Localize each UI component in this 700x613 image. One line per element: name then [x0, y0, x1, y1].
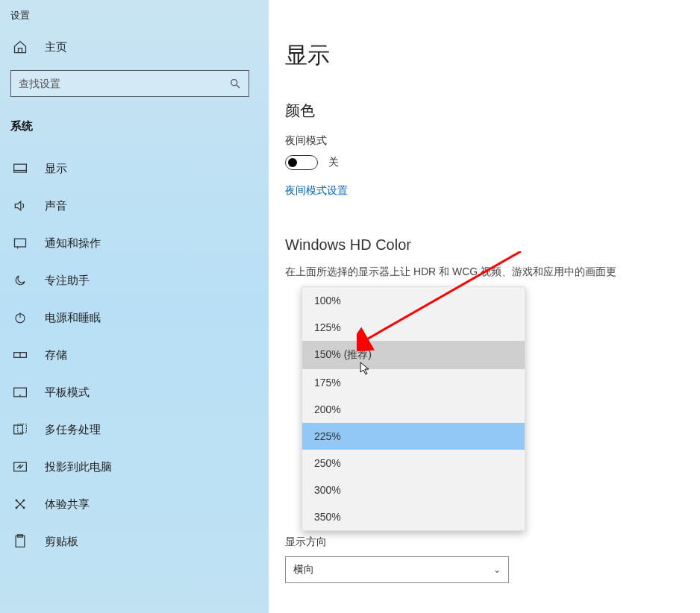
chevron-down-icon: ⌄: [493, 565, 501, 575]
sidebar-item-share[interactable]: 体验共享: [0, 485, 269, 523]
sidebar-item-label: 声音: [45, 199, 67, 213]
sidebar-item-tablet[interactable]: 平板模式: [0, 374, 269, 411]
night-mode-toggle[interactable]: [285, 155, 318, 170]
search-box[interactable]: [10, 70, 249, 97]
scale-option-250[interactable]: 250%: [302, 450, 525, 477]
sidebar-item-label: 通知和操作: [45, 236, 101, 251]
scale-option-175[interactable]: 175%: [302, 369, 525, 396]
svg-rect-4: [15, 239, 26, 247]
hd-color-heading: Windows HD Color: [285, 236, 684, 254]
hd-color-desc: 在上面所选择的显示器上让 HDR 和 WCG 视频、游戏和应用中的画面更: [285, 265, 684, 279]
home-icon: [12, 39, 28, 55]
scale-option-300[interactable]: 300%: [302, 477, 525, 503]
home-nav[interactable]: 主页: [0, 30, 269, 64]
search-row: [0, 64, 269, 104]
sidebar-item-clipboard[interactable]: 剪贴板: [0, 523, 269, 560]
sidebar: 设置 主页 系统 显示 声音 通知和操作 专注助手 电源和睡眠 存储: [0, 0, 269, 613]
sidebar-item-label: 显示: [45, 162, 67, 176]
moon-icon: [12, 272, 28, 289]
sidebar-item-label: 体验共享: [45, 497, 90, 512]
page-title: 显示: [285, 40, 684, 71]
scale-option-100[interactable]: 100%: [302, 287, 525, 314]
power-icon: [12, 309, 28, 326]
sidebar-item-sound[interactable]: 声音: [0, 187, 269, 224]
sidebar-item-label: 剪贴板: [45, 535, 78, 549]
sidebar-item-storage[interactable]: 存储: [0, 336, 269, 374]
project-icon: [12, 459, 28, 475]
tablet-icon: [12, 384, 28, 400]
sidebar-item-label: 专注助手: [45, 274, 90, 288]
storage-icon: [12, 347, 28, 363]
sidebar-item-display[interactable]: 显示: [0, 150, 269, 187]
home-label: 主页: [45, 40, 67, 54]
display-icon: [12, 160, 28, 177]
scale-option-150[interactable]: 150% (推荐): [302, 341, 525, 369]
svg-point-11: [20, 395, 21, 396]
sidebar-item-label: 平板模式: [45, 386, 90, 400]
night-mode-state: 关: [328, 156, 339, 169]
settings-title: 设置: [0, 6, 269, 30]
sidebar-item-focus[interactable]: 专注助手: [0, 262, 269, 299]
scale-option-350[interactable]: 350%: [302, 503, 525, 530]
scale-option-200[interactable]: 200%: [302, 396, 525, 423]
night-mode-label: 夜间模式: [285, 134, 684, 148]
sidebar-item-label: 多任务处理: [45, 423, 101, 437]
night-mode-row: 关: [285, 155, 684, 170]
share-icon: [12, 496, 28, 512]
orientation-select[interactable]: 横向 ⌄: [285, 556, 509, 583]
orientation-label: 显示方向: [285, 535, 684, 549]
sidebar-item-label: 存储: [45, 348, 67, 362]
svg-point-0: [231, 80, 237, 86]
sidebar-item-project[interactable]: 投影到此电脑: [0, 448, 269, 485]
svg-line-1: [237, 85, 240, 88]
scale-dropdown: 100% 125% 150% (推荐) 175% 200% 225% 250% …: [301, 286, 525, 531]
notification-icon: [12, 235, 28, 251]
scale-option-125[interactable]: 125%: [302, 314, 525, 341]
scale-option-225[interactable]: 225%: [302, 423, 525, 450]
clipboard-icon: [12, 533, 28, 550]
multitask-icon: [12, 421, 28, 438]
sidebar-item-notifications[interactable]: 通知和操作: [0, 224, 269, 262]
color-heading: 颜色: [285, 101, 684, 121]
section-label: 系统: [0, 104, 269, 150]
night-mode-settings-link[interactable]: 夜间模式设置: [285, 184, 348, 198]
sidebar-item-label: 投影到此电脑: [45, 460, 112, 474]
svg-rect-2: [14, 164, 27, 172]
sidebar-item-label: 电源和睡眠: [45, 311, 101, 325]
sidebar-item-multitask[interactable]: 多任务处理: [0, 411, 269, 448]
sidebar-item-power[interactable]: 电源和睡眠: [0, 299, 269, 336]
orientation-value: 横向: [293, 563, 314, 576]
search-input[interactable]: [19, 78, 229, 89]
search-icon: [229, 78, 241, 89]
sound-icon: [12, 198, 28, 214]
